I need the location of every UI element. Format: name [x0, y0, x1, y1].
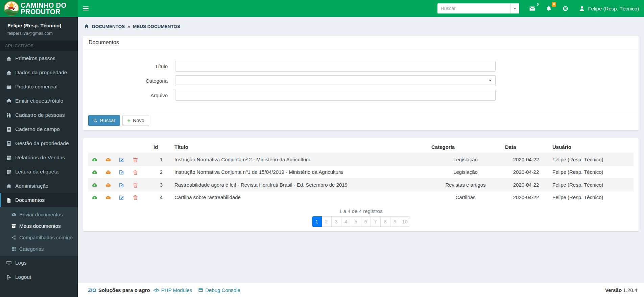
delete-button[interactable]	[133, 195, 138, 200]
cell-title: Instrução Normativa Conjunta nº1 de 15/0…	[172, 166, 429, 179]
archive-icon	[11, 223, 16, 228]
cell-id: 1	[151, 153, 172, 166]
breadcrumb-meus-documentos[interactable]: MEUS DOCUMENTOS	[133, 24, 180, 29]
sidebar-item-caderno-de-campo[interactable]: Caderno de campo	[0, 122, 78, 136]
page-button-3[interactable]: 3	[332, 216, 341, 227]
sidebar-item-primeiros-passos[interactable]: Primeiros passos	[0, 51, 78, 65]
sidebar-item-compartilhados-comigo[interactable]: Compartilhados comigo	[0, 232, 78, 243]
cell-category: Cartilhas	[429, 191, 502, 204]
page-button-5[interactable]: 5	[351, 216, 361, 227]
sidebar-item-enviar-documentos[interactable]: Enviar documentos	[0, 209, 78, 220]
messages-button[interactable]: 0	[524, 0, 541, 17]
sidebar-item-gestao-da-propriedade[interactable]: Gestão da propriedade	[0, 136, 78, 151]
cell-id: 3	[151, 179, 172, 191]
grid-icon	[6, 155, 12, 161]
delete-button[interactable]	[133, 169, 138, 175]
delete-button[interactable]	[133, 182, 138, 188]
php-modules-link[interactable]: PHP Modules	[161, 287, 192, 293]
sidebar-toggle-button[interactable]	[78, 0, 93, 17]
sidebar-item-produto-comercial[interactable]: Produto comercial	[0, 80, 78, 94]
page-button-2[interactable]: 2	[322, 216, 332, 227]
cell-title: Rastreabilidade agora é lei! - Revista H…	[172, 179, 429, 191]
cloud-upload-icon	[105, 182, 111, 188]
upload-button[interactable]	[105, 195, 111, 200]
caret-down-icon	[514, 8, 516, 9]
sidebar-item-cadastro-de-pessoas[interactable]: Cadastro de pessoas	[0, 108, 78, 122]
documents-table-panel: Id Título Categoria Data Usuário	[83, 138, 639, 232]
categoria-select[interactable]	[175, 75, 496, 86]
page-button-8[interactable]: 8	[381, 216, 390, 227]
download-button[interactable]	[92, 169, 97, 175]
edit-button[interactable]	[119, 157, 124, 163]
cell-user: Felipe (Resp. Técnico)	[550, 179, 634, 191]
arquivo-input[interactable]	[175, 90, 496, 101]
buscar-button[interactable]: Buscar	[88, 115, 120, 126]
sidebar-item-meus-documentos[interactable]: Meus documentos	[0, 220, 78, 232]
novo-button[interactable]: + Novo	[122, 115, 149, 126]
print-icon	[6, 98, 12, 104]
life-ring-icon	[562, 5, 569, 12]
categoria-label: Categoria	[88, 78, 168, 84]
cloud-upload-icon	[105, 169, 111, 175]
sidebar-item-logout[interactable]: Logout	[0, 270, 78, 284]
page-button-1[interactable]: 1	[312, 216, 322, 227]
search-input[interactable]	[437, 3, 510, 14]
date-column-header: Data	[502, 141, 550, 153]
cell-date: 2020-04-22	[502, 191, 550, 204]
global-search	[437, 3, 519, 14]
delete-button[interactable]	[133, 157, 138, 163]
edit-button[interactable]	[119, 195, 124, 200]
page-button-7[interactable]: 7	[371, 216, 381, 227]
download-button[interactable]	[92, 182, 97, 188]
sidebar-item-leitura-da-etiqueta[interactable]: Leitura da etiqueta	[0, 165, 78, 179]
plus-icon: +	[127, 118, 130, 124]
debug-console-link[interactable]: Debug Console	[198, 287, 240, 293]
app-root: CAMINHO DO PRODUTOR 0 0	[0, 0, 644, 297]
user-menu-button[interactable]: Felipe (Resp. Técnico)	[574, 0, 644, 17]
help-button[interactable]	[557, 0, 574, 17]
sidebar-item-relatorios-de-vendas[interactable]: Relatórios de Vendas	[0, 151, 78, 165]
sidebar-item-logs[interactable]: Logs	[0, 256, 78, 270]
sidebar-item-dados-da-propriedade[interactable]: Dados da propriedade	[0, 65, 78, 80]
app-logo[interactable]: CAMINHO DO PRODUTOR	[0, 0, 78, 17]
upload-button[interactable]	[105, 182, 111, 188]
page-button-9[interactable]: 9	[390, 216, 400, 227]
home-icon	[6, 56, 12, 61]
filter-panel: Documentos Título Categoria	[83, 35, 639, 130]
search-dropdown-button[interactable]	[510, 3, 519, 14]
table-row: 1 Instrução Normativa Conjunta nº 2 - Mi…	[88, 153, 634, 166]
upload-button[interactable]	[105, 169, 111, 175]
edit-button[interactable]	[119, 169, 124, 175]
cloud-upload-icon	[11, 212, 16, 217]
upload-button[interactable]	[105, 157, 111, 163]
breadcrumb: DOCUMENTOS » MEUS DOCUMENTOS	[84, 24, 639, 29]
edit-button[interactable]	[119, 182, 124, 188]
cell-id: 2	[151, 166, 172, 179]
cloud-upload-icon	[105, 157, 111, 163]
filter-panel-title: Documentos	[83, 35, 639, 50]
sidebar-item-categorias[interactable]: Categorias	[0, 243, 78, 254]
sidebar-item-administracao[interactable]: Administração	[0, 179, 78, 193]
page-footer: ZIO Soluções para o agro </> PHP Modules…	[78, 283, 644, 297]
sidebar-item-emitir-etiqueta[interactable]: Emitir etiqueta/rótulo	[0, 94, 78, 108]
search-icon	[93, 118, 98, 123]
content-area: DOCUMENTOS » MEUS DOCUMENTOS Documentos …	[78, 17, 644, 283]
download-button[interactable]	[92, 157, 97, 163]
home-icon	[6, 70, 12, 76]
trash-icon	[133, 169, 138, 175]
box-icon	[6, 84, 12, 90]
cell-date: 2020-04-22	[502, 179, 550, 191]
breadcrumb-documentos[interactable]: DOCUMENTOS	[92, 24, 125, 29]
page-button-4[interactable]: 4	[341, 216, 351, 227]
titulo-input[interactable]	[175, 61, 496, 72]
trash-icon	[133, 195, 138, 200]
page-button-10[interactable]: 10	[400, 216, 410, 227]
notifications-button[interactable]: 0	[541, 0, 557, 17]
download-button[interactable]	[92, 195, 97, 200]
sidebar-item-documentos[interactable]: Documentos	[0, 193, 78, 207]
edit-icon	[119, 182, 124, 188]
cell-category: Revistas e artigos	[429, 179, 502, 191]
cloud-upload-icon	[105, 195, 111, 200]
footer-brand[interactable]: ZIO	[88, 287, 96, 293]
page-button-6[interactable]: 6	[361, 216, 371, 227]
